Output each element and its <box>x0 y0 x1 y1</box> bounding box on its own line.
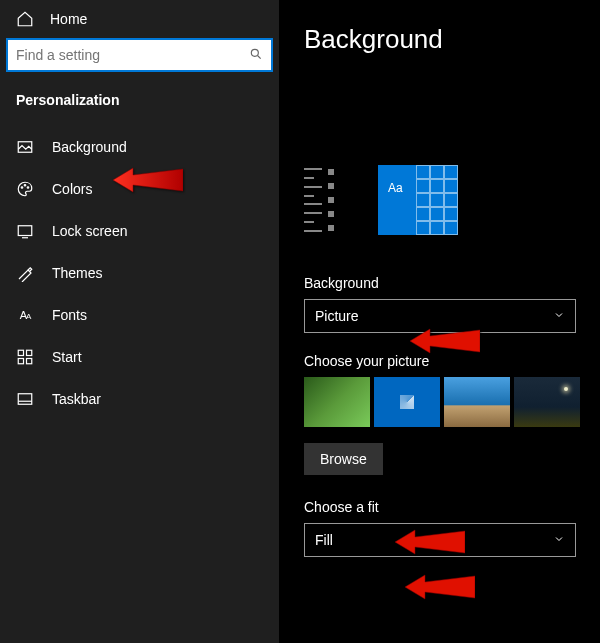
sidebar-item-start[interactable]: Start <box>0 336 279 378</box>
page-title: Background <box>304 24 580 55</box>
nav-label: Start <box>52 349 82 365</box>
nav-label: Fonts <box>52 307 87 323</box>
sidebar-item-taskbar[interactable]: Taskbar <box>0 378 279 420</box>
background-select[interactable]: Picture <box>304 299 576 333</box>
svg-rect-8 <box>18 359 23 364</box>
svg-rect-9 <box>27 359 32 364</box>
lockscreen-icon <box>16 222 34 240</box>
start-icon <box>16 348 34 366</box>
preview-sample-text: Aa <box>388 181 403 195</box>
choose-picture-label: Choose your picture <box>304 353 580 369</box>
section-header: Personalization <box>0 78 279 118</box>
nav-label: Themes <box>52 265 103 281</box>
chevron-down-icon <box>553 533 565 547</box>
background-select-value: Picture <box>315 308 359 324</box>
svg-rect-10 <box>18 394 32 405</box>
sidebar: Home Personalization Background Colors <box>0 0 280 643</box>
home-icon <box>16 10 34 28</box>
search-box[interactable] <box>6 38 273 72</box>
sidebar-item-background[interactable]: Background <box>0 126 279 168</box>
fit-select-value: Fill <box>315 532 333 548</box>
browse-button[interactable]: Browse <box>304 443 383 475</box>
svg-point-3 <box>24 185 26 187</box>
sidebar-item-colors[interactable]: Colors <box>0 168 279 210</box>
svg-rect-6 <box>18 350 23 355</box>
sidebar-item-fonts[interactable]: AA Fonts <box>0 294 279 336</box>
nav-label: Taskbar <box>52 391 101 407</box>
sidebar-item-themes[interactable]: Themes <box>0 252 279 294</box>
svg-rect-7 <box>27 350 32 355</box>
palette-icon <box>16 180 34 198</box>
chevron-down-icon <box>553 309 565 323</box>
svg-point-4 <box>27 187 29 189</box>
background-label: Background <box>304 275 580 291</box>
picture-thumbnails <box>304 377 580 427</box>
choose-fit-label: Choose a fit <box>304 499 580 515</box>
preview-thumbnail-accent[interactable]: Aa <box>378 165 458 235</box>
picture-icon <box>16 138 34 156</box>
nav-label: Colors <box>52 181 92 197</box>
preview-thumbnail-dark[interactable] <box>304 165 360 235</box>
nav-label: Lock screen <box>52 223 127 239</box>
sidebar-item-lockscreen[interactable]: Lock screen <box>0 210 279 252</box>
picture-thumb-4[interactable] <box>514 377 580 427</box>
picture-thumb-3[interactable] <box>444 377 510 427</box>
picture-thumb-1[interactable] <box>304 377 370 427</box>
preview-row: Aa <box>304 165 580 235</box>
themes-icon <box>16 264 34 282</box>
search-input[interactable] <box>16 47 249 63</box>
svg-point-2 <box>21 187 23 189</box>
search-icon <box>249 47 263 64</box>
home-label: Home <box>50 11 87 27</box>
nav-list: Background Colors Lock screen Themes AA … <box>0 118 279 420</box>
picture-thumb-2[interactable] <box>374 377 440 427</box>
taskbar-icon <box>16 390 34 408</box>
fit-select[interactable]: Fill <box>304 523 576 557</box>
search-wrap <box>0 38 279 78</box>
nav-label: Background <box>52 139 127 155</box>
fonts-icon: AA <box>16 306 34 324</box>
home-nav[interactable]: Home <box>0 0 279 38</box>
main-panel: Background Aa Background Picture Choose … <box>280 0 600 643</box>
svg-point-0 <box>251 49 258 56</box>
svg-rect-5 <box>18 226 32 236</box>
